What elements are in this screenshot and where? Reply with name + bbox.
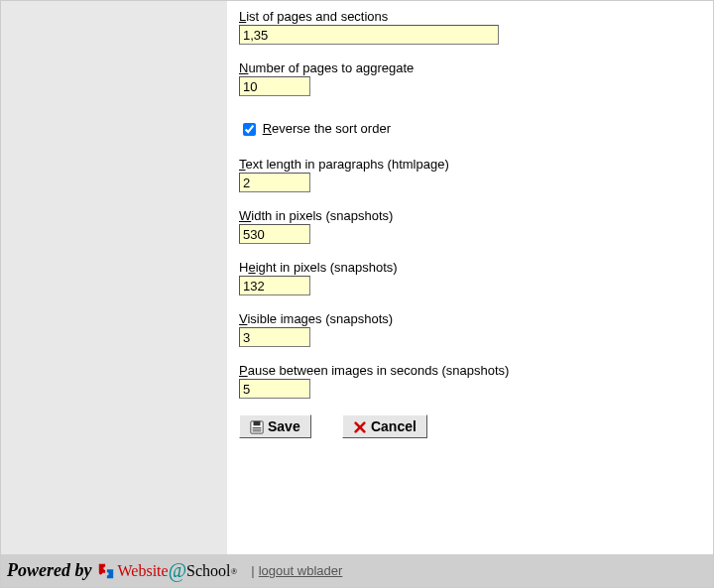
input-height-px[interactable] (239, 276, 310, 295)
cancel-icon (353, 420, 367, 434)
field-width-px: Width in pixels (snapshots) (239, 208, 709, 244)
label-visible-img: Visible images (snapshots) (239, 311, 709, 326)
save-label: Save (268, 418, 300, 434)
disk-icon (250, 420, 264, 434)
button-row: Save Cancel (239, 414, 709, 438)
svg-rect-3 (253, 429, 262, 430)
label-pause: Pause between images in seconds (snapsho… (239, 363, 709, 378)
field-reverse: Reverse the sort order (239, 120, 709, 139)
svg-rect-2 (253, 427, 262, 428)
form-content: List of pages and sections Number of pag… (239, 1, 709, 438)
checkbox-reverse[interactable] (243, 123, 256, 136)
sidebar (1, 1, 227, 556)
footer-separator: | (251, 563, 254, 578)
field-pages-sections: List of pages and sections (239, 9, 709, 45)
field-visible-img: Visible images (snapshots) (239, 311, 709, 347)
puzzle-icon (97, 562, 115, 580)
label-pages-sections: List of pages and sections (239, 9, 709, 24)
label-reverse[interactable]: Reverse the sort order (263, 121, 391, 136)
powered-by-text: Powered by (7, 560, 91, 581)
input-visible-img[interactable] (239, 327, 310, 347)
label-num-pages: Number of pages to aggregate (239, 60, 709, 75)
cancel-button[interactable]: Cancel (342, 414, 427, 438)
cancel-label: Cancel (371, 418, 416, 434)
label-text-len: Text length in paragraphs (htmlpage) (239, 157, 709, 172)
label-width-px: Width in pixels (snapshots) (239, 208, 709, 223)
save-button[interactable]: Save (239, 414, 311, 438)
input-text-len[interactable] (239, 173, 310, 192)
svg-rect-4 (253, 431, 262, 432)
input-num-pages[interactable] (239, 76, 310, 96)
input-width-px[interactable] (239, 224, 310, 244)
label-height-px: Height in pixels (snapshots) (239, 260, 709, 275)
was-logo[interactable]: Website@School® (97, 559, 237, 582)
field-text-len: Text length in paragraphs (htmlpage) (239, 157, 709, 192)
logout-link[interactable]: logout wblader (259, 563, 343, 578)
svg-rect-1 (254, 421, 261, 425)
input-pages-sections[interactable] (239, 25, 499, 45)
input-pause[interactable] (239, 379, 310, 399)
field-pause: Pause between images in seconds (snapsho… (239, 363, 709, 399)
field-height-px: Height in pixels (snapshots) (239, 260, 709, 295)
field-num-pages: Number of pages to aggregate (239, 60, 709, 96)
footer: Powered by Website@School® | logout wbla… (1, 554, 713, 587)
